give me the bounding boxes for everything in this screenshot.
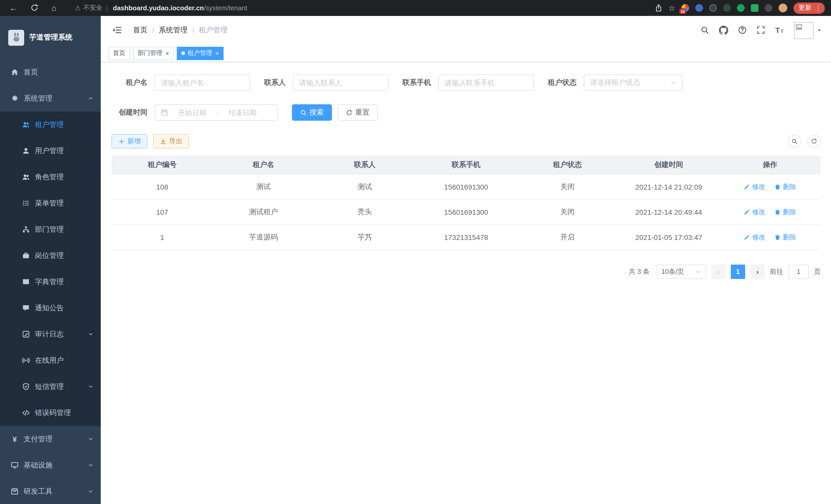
add-button[interactable]: 新增 <box>112 134 147 148</box>
sidebar-group-label: 系统管理 <box>24 94 83 103</box>
app-logo[interactable]: 芋道管理系统 <box>0 16 101 59</box>
home-icon <box>11 68 19 76</box>
sidebar-group-payment[interactable]: ¥ 支付管理 <box>0 426 101 452</box>
sidebar-item-sms[interactable]: 短信管理 <box>0 374 101 400</box>
book-icon <box>22 278 30 286</box>
search-button[interactable]: 搜索 <box>292 104 332 121</box>
field-label: 创建时间 <box>112 108 147 117</box>
date-start-input[interactable] <box>170 109 214 116</box>
security-indicator[interactable]: ⚠ 不安全 | <box>75 4 109 12</box>
sidebar-item-label: 在线用户 <box>35 356 93 365</box>
font-size-icon[interactable] <box>775 25 784 35</box>
page-number-1[interactable]: 1 <box>731 264 745 279</box>
phone-input[interactable] <box>445 79 528 87</box>
cell-tenant-name: 测试 <box>213 174 314 199</box>
github-icon[interactable] <box>719 25 728 35</box>
extension-icon-5[interactable] <box>737 4 745 12</box>
tab-dept[interactable]: 部门管理 × <box>133 47 174 60</box>
sidebar-group-devtools[interactable]: 研发工具 <box>0 478 101 504</box>
contact-input[interactable] <box>299 79 382 87</box>
breadcrumb-item-current: 租户管理 <box>199 26 228 35</box>
export-button[interactable]: 导出 <box>153 134 189 148</box>
menu-dots-icon[interactable]: ⋮ <box>814 4 822 12</box>
extension-icon-4[interactable] <box>723 4 731 12</box>
date-end-input[interactable] <box>221 109 265 116</box>
docs-help-icon[interactable] <box>738 26 747 35</box>
fullscreen-icon[interactable] <box>756 26 765 35</box>
sidebar-item-label: 错误码管理 <box>35 408 93 417</box>
extension-icon-7[interactable] <box>765 4 772 12</box>
delete-link[interactable]: 删除 <box>775 182 796 191</box>
refresh-table-button[interactable] <box>807 135 821 148</box>
cell-tenant-id: 108 <box>112 174 213 199</box>
goto-page-input[interactable] <box>789 264 809 279</box>
reset-button[interactable]: 重置 <box>338 104 378 121</box>
user-icon <box>22 147 30 155</box>
breadcrumb-item-system[interactable]: 系统管理 <box>159 26 188 35</box>
extension-icon-3[interactable] <box>709 4 717 12</box>
toggle-search-button[interactable] <box>788 135 801 148</box>
refresh-icon <box>346 109 352 116</box>
sidebar-item-home[interactable]: 首页 <box>0 59 101 85</box>
user-avatar-menu[interactable] <box>794 22 822 39</box>
sidebar-item-tenant[interactable]: 租户管理 <box>0 112 101 138</box>
close-icon[interactable]: × <box>215 50 219 56</box>
sidebar-toggle-icon[interactable] <box>108 23 126 37</box>
sidebar-item-role[interactable]: 角色管理 <box>0 164 101 190</box>
share-icon[interactable] <box>655 4 662 12</box>
home-icon[interactable]: ⌂ <box>51 4 56 12</box>
reload-icon[interactable] <box>30 4 38 12</box>
browser-update-button[interactable]: 更新 ⋮ <box>794 2 825 13</box>
tenant-name-input[interactable] <box>161 79 244 87</box>
sidebar-item-post[interactable]: 岗位管理 <box>0 242 101 269</box>
date-range-separator: - <box>217 109 219 116</box>
field-label: 联系人 <box>264 78 286 87</box>
close-icon[interactable]: × <box>166 50 169 56</box>
delete-link[interactable]: 删除 <box>775 233 796 242</box>
tab-tenant[interactable]: 租户管理 × <box>177 47 224 60</box>
tab-home[interactable]: 首页 <box>109 47 130 60</box>
extension-icon-1[interactable]: 10 <box>682 4 689 12</box>
next-page-button[interactable]: › <box>750 264 765 279</box>
bookmark-star-icon[interactable]: ☆ <box>668 4 675 12</box>
sidebar-group-system[interactable]: 系统管理 <box>0 85 101 112</box>
cell-actions: 修改 删除 <box>719 199 821 225</box>
delete-link[interactable]: 删除 <box>775 207 796 216</box>
edit-link[interactable]: 修改 <box>744 182 766 191</box>
table-row: 107 测试租户 秃头 15601691300 关闭 2021-12-14 20… <box>112 199 821 225</box>
extension-icon-6[interactable] <box>751 4 758 12</box>
cell-contact: 测试 <box>314 174 416 199</box>
chevron-down-icon <box>88 463 93 468</box>
sidebar-item-error-code[interactable]: 错误码管理 <box>0 400 101 426</box>
address-bar[interactable]: ⚠ 不安全 | dashboard.yudao.iocoder.cn/syste… <box>60 4 655 12</box>
sidebar-item-dict[interactable]: 字典管理 <box>0 269 101 295</box>
sidebar-item-online-user[interactable]: 在线用户 <box>0 347 101 374</box>
extension-icon-2[interactable] <box>695 4 703 12</box>
sidebar-item-menu[interactable]: 菜单管理 <box>0 190 101 216</box>
edit-label: 修改 <box>752 233 766 242</box>
sidebar-item-user[interactable]: 用户管理 <box>0 138 101 164</box>
page-size-select[interactable]: 10条/页 <box>657 264 706 279</box>
sidebar-item-label: 岗位管理 <box>35 251 93 260</box>
comment-icon <box>22 304 30 312</box>
sidebar-submenu-system: 租户管理 用户管理 角色管理 菜单管理 <box>0 112 101 426</box>
edit-link[interactable]: 修改 <box>744 207 766 216</box>
prev-page-button[interactable]: ‹ <box>711 264 726 279</box>
edit-link[interactable]: 修改 <box>744 233 766 242</box>
sidebar-item-dept[interactable]: 部门管理 <box>0 216 101 242</box>
sidebar-item-notice[interactable]: 通知公告 <box>0 295 101 321</box>
search-icon[interactable] <box>700 26 709 35</box>
profile-avatar-icon[interactable] <box>779 4 787 12</box>
sidebar-item-audit-log[interactable]: 审计日志 <box>0 321 101 347</box>
back-icon[interactable]: ← <box>9 4 18 12</box>
breadcrumb-separator: / <box>192 26 194 34</box>
security-label: 不安全 <box>83 4 103 12</box>
calendar-icon <box>161 109 168 116</box>
cell-tenant-name: 测试租户 <box>213 199 314 225</box>
field-label: 联系手机 <box>402 78 431 87</box>
sidebar-group-infra[interactable]: 基础设施 <box>0 452 101 478</box>
breadcrumb-item-home[interactable]: 首页 <box>133 26 147 35</box>
date-range-picker[interactable]: - <box>155 104 278 121</box>
column-header: 租户状态 <box>517 156 618 174</box>
status-select[interactable]: 请选择租户状态 <box>584 75 683 91</box>
